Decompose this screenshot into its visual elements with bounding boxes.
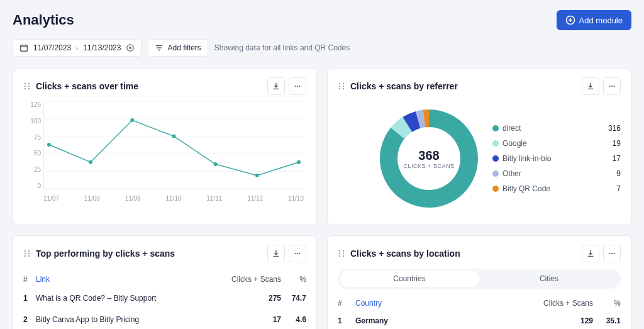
segment-countries[interactable]: Countries [340,270,479,287]
svg-point-26 [343,83,344,84]
donut-chart: 368 CLICKS + SCANS [375,105,482,212]
legend-row: Other9 [492,169,621,178]
table-row[interactable]: 2Bitly Canva App to Bitly Pricing174.6 [23,309,306,329]
segment-cities[interactable]: Cities [479,270,619,287]
location-table-head: # Country Clicks + Scans % [338,294,621,310]
legend-value: 9 [606,169,621,178]
more-button[interactable] [603,245,621,262]
download-icon [586,249,595,258]
svg-point-33 [613,86,614,87]
more-icon [293,249,302,258]
svg-point-42 [299,253,300,254]
add-module-button[interactable]: Add module [557,10,631,30]
svg-point-22 [214,162,218,166]
svg-point-28 [343,86,344,87]
table-row[interactable]: 1Germany12935.1 [338,310,621,329]
close-circle-icon[interactable] [126,43,135,52]
referrer-legend: direct316Google19Bitly link-in-bio17Othe… [492,124,621,193]
legend-label: Other [502,169,602,178]
row-pct: 74.7 [281,294,306,303]
row-clicks: 129 [536,316,593,325]
card-title-location: Clicks + scans by location [350,248,460,259]
more-button[interactable] [289,77,306,95]
svg-point-43 [339,250,340,252]
download-button[interactable] [582,245,599,262]
swatch-icon [492,170,499,177]
download-button[interactable] [267,77,285,95]
svg-point-7 [25,88,26,89]
more-button[interactable] [289,245,306,262]
row-num: 1 [23,294,36,303]
svg-point-3 [25,83,26,84]
legend-row: Bitly QR Code7 [492,184,621,193]
lh-country[interactable]: Country [355,299,536,308]
svg-point-9 [294,86,296,87]
download-button[interactable] [582,77,599,95]
chevron-right-icon: › [76,45,78,52]
svg-point-29 [339,88,340,89]
drag-handle-icon[interactable] [23,249,31,258]
legend-label: direct [502,124,602,133]
donut-sub: CLICKS + SCANS [404,163,455,169]
row-link: What is a QR Code? – Bitly Support [36,294,225,303]
legend-value: 7 [606,184,621,193]
legend-value: 19 [606,139,621,148]
drag-handle-icon[interactable] [338,249,345,258]
svg-point-5 [25,86,26,87]
add-filters-label: Add filters [167,43,201,52]
svg-point-19 [89,160,92,164]
table-row[interactable]: 1What is a QR Code? – Bitly Support27574… [23,287,306,309]
add-filters-button[interactable]: Add filters [148,39,208,57]
svg-point-30 [343,88,344,89]
card-over-time: Clicks + scans over time 1251007550250 1… [13,68,317,225]
row-clicks: 17 [225,315,281,324]
svg-point-18 [47,143,51,147]
svg-point-34 [25,250,26,252]
svg-point-36 [25,253,26,254]
legend-row: Google19 [492,139,621,148]
svg-point-51 [613,253,614,254]
row-pct: 4.6 [281,315,306,324]
th-link[interactable]: Link [36,275,225,284]
drag-handle-icon[interactable] [23,82,31,91]
row-clicks: 275 [225,294,281,303]
more-icon [608,249,616,258]
card-title-top: Top performing by clicks + scans [36,248,175,259]
svg-point-44 [343,250,344,252]
drag-handle-icon[interactable] [338,82,345,91]
svg-point-6 [28,86,30,87]
svg-point-50 [611,253,613,254]
plus-circle-icon [565,15,575,25]
line-chart: 1251007550250 11/0711/0811/0911/1011/111… [23,101,306,202]
download-button[interactable] [267,245,285,262]
more-button[interactable] [603,77,621,95]
legend-row: direct316 [492,124,621,133]
date-range-picker[interactable]: 11/07/2023 › 11/13/2023 [13,39,142,57]
svg-point-35 [28,250,30,252]
svg-point-24 [297,160,301,164]
svg-point-49 [609,253,610,254]
th-num: # [23,275,36,284]
donut-total: 368 [404,148,455,163]
legend-label: Bitly QR Code [502,184,602,193]
lh-num: # [338,299,355,308]
legend-label: Bitly link-in-bio [502,154,602,163]
svg-point-38 [25,255,26,257]
row-num: 1 [338,316,355,325]
top-table-head: # Link Clicks + Scans % [23,269,306,287]
th-clicks-scans: Clicks + Scans [225,275,281,284]
showing-meta: Showing data for all links and QR Codes [214,43,350,52]
card-title-referrer: Clicks + scans by referrer [350,81,458,91]
legend-value: 17 [606,154,621,163]
page-title: Analytics [13,12,74,28]
swatch-icon [492,140,499,147]
legend-label: Google [502,139,602,148]
download-icon [272,249,280,258]
date-from: 11/07/2023 [33,43,71,52]
swatch-icon [492,155,499,162]
swatch-icon [492,186,499,192]
card-location: Clicks + scans by location Countries Cit… [327,235,631,329]
svg-point-27 [339,86,340,87]
card-title-over-time: Clicks + scans over time [36,81,138,91]
card-top-performing: Top performing by clicks + scans # Link … [13,235,317,329]
